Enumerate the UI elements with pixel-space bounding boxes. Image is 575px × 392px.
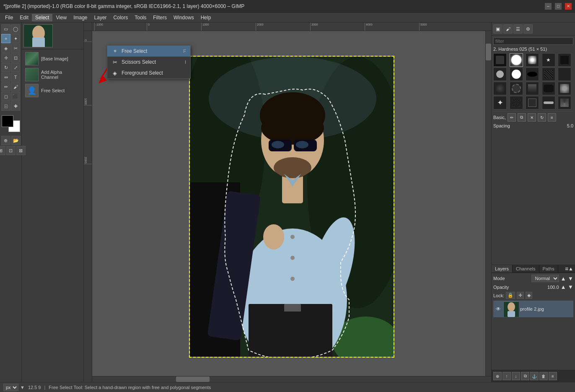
minimize-button[interactable]: –: [545, 3, 552, 10]
bucket-tool[interactable]: ⬛: [11, 92, 20, 101]
brush-action-options[interactable]: ≡: [548, 113, 556, 122]
brush-thumb-16[interactable]: ✦: [493, 96, 507, 109]
layers-lower[interactable]: ↓: [512, 372, 520, 380]
paintbrush-tool[interactable]: 🖌: [11, 82, 20, 91]
brush-thumb-18[interactable]: [526, 96, 539, 109]
layers-options[interactable]: ≡: [549, 372, 557, 380]
lock-alpha-btn[interactable]: ◈: [526, 292, 532, 299]
layers-mode-down[interactable]: ▼: [568, 275, 573, 282]
menu-filters[interactable]: Filters: [150, 14, 170, 21]
flip-tool[interactable]: ⇔: [1, 73, 10, 82]
menu-edit[interactable]: Edit: [16, 14, 32, 21]
visibility-eye-icon[interactable]: 👁: [495, 306, 502, 312]
brush-thumb-14[interactable]: [542, 82, 555, 95]
color-select-tool[interactable]: ◈: [1, 44, 10, 53]
shrink-btn[interactable]: ⊡: [6, 146, 16, 155]
eraser-tool[interactable]: ◻: [1, 92, 10, 101]
heal-tool[interactable]: ✚: [11, 101, 20, 111]
rp-icon-3[interactable]: ☰: [513, 24, 523, 34]
brush-thumb-11[interactable]: [493, 82, 507, 95]
brush-thumb-6[interactable]: [493, 67, 507, 81]
brush-thumb-8[interactable]: [526, 67, 539, 81]
brush-thumb-4[interactable]: ★: [542, 53, 555, 67]
panel-btn[interactable]: ⊠: [16, 146, 26, 155]
menu-item-scissors-select[interactable]: ✂ Scissors Select I: [107, 57, 190, 67]
foreground-color-swatch[interactable]: [2, 115, 13, 127]
brush-action-refresh[interactable]: ↻: [538, 113, 546, 122]
menu-select[interactable]: Select: [32, 14, 52, 21]
brush-thumb-13[interactable]: [526, 82, 539, 95]
maximize-button[interactable]: □: [555, 3, 562, 10]
brush-action-x[interactable]: ✕: [528, 113, 536, 122]
move-tool[interactable]: ✛: [1, 53, 10, 62]
free-select-tool[interactable]: ⌖: [1, 34, 10, 43]
canvas-area[interactable]: -1000 0 1000 2000 3000 4000 5000 0 1000 …: [84, 23, 491, 382]
new-image-btn[interactable]: ⊕: [1, 136, 10, 145]
tab-layers[interactable]: Layers: [492, 265, 513, 273]
tab-paths[interactable]: Paths: [539, 265, 558, 273]
menu-image[interactable]: Image: [70, 14, 91, 21]
rp-icon-2[interactable]: 🖌: [503, 24, 513, 34]
brush-thumb-17[interactable]: [510, 96, 523, 109]
layers-opacity-down[interactable]: ▼: [568, 284, 573, 290]
brush-thumb-2[interactable]: [510, 53, 523, 67]
layers-raise[interactable]: ↑: [502, 372, 511, 380]
open-image-btn[interactable]: 📂: [11, 136, 21, 145]
brush-thumb-3[interactable]: [526, 53, 539, 67]
brush-action-copy[interactable]: ⧉: [518, 113, 526, 122]
scissors-select-tool[interactable]: ✂: [11, 44, 20, 53]
horizontal-scrollbar[interactable]: [92, 376, 491, 382]
lock-pixels-btn[interactable]: 🔒: [506, 292, 515, 299]
brush-action-edit[interactable]: ✏: [508, 113, 516, 122]
layers-delete[interactable]: 🗑: [539, 372, 548, 380]
crop-tool[interactable]: ⊡: [11, 53, 20, 62]
brush-filter-input[interactable]: [493, 37, 573, 45]
brush-thumb-5[interactable]: [558, 53, 571, 67]
brush-thumb-10[interactable]: [558, 67, 571, 81]
expand-btn[interactable]: ⊞: [0, 146, 5, 155]
brush-thumb-19[interactable]: [542, 96, 555, 109]
menu-item-free-select[interactable]: ⌖ Free Select F: [107, 46, 190, 57]
scale-tool[interactable]: ⤢: [11, 63, 20, 72]
layers-duplicate[interactable]: ⧉: [521, 372, 529, 380]
layers-new-layer-from-visible[interactable]: ⊕: [493, 372, 502, 380]
brush-thumb-12[interactable]: [510, 82, 523, 95]
layer-item-base[interactable]: [Base Image]: [23, 51, 82, 66]
clone-tool[interactable]: ⌻: [1, 101, 10, 111]
vertical-scrollbar[interactable]: [485, 31, 491, 376]
layers-mode-select[interactable]: Normal: [531, 275, 559, 282]
layers-layer-profile[interactable]: 👁 profile 2.jpg: [493, 301, 573, 318]
brush-thumb-9[interactable]: [542, 67, 555, 81]
text-tool[interactable]: T: [11, 73, 20, 82]
menu-view[interactable]: View: [52, 14, 70, 21]
layers-tab-menu[interactable]: ≡: [565, 265, 568, 272]
menu-colors[interactable]: Colors: [110, 14, 132, 21]
brush-thumb-15[interactable]: [558, 82, 571, 95]
close-button[interactable]: ✕: [565, 3, 572, 10]
layer-item-freeselect[interactable]: 👤 Free Select: [23, 83, 82, 98]
h-scroll-thumb[interactable]: [176, 376, 210, 382]
menu-file[interactable]: File: [2, 14, 16, 21]
brush-thumb-7[interactable]: [510, 67, 523, 81]
brush-thumb-20[interactable]: [558, 96, 571, 109]
menu-windows[interactable]: Windows: [170, 14, 197, 21]
statusbar-unit-select[interactable]: px: [3, 384, 18, 391]
layers-tab-collapse[interactable]: ▲: [568, 266, 573, 272]
layers-opacity-up[interactable]: ▲: [561, 284, 566, 290]
v-scroll-thumb[interactable]: [486, 44, 491, 60]
fuzzy-select-tool[interactable]: ✦: [11, 34, 20, 43]
menu-help[interactable]: Help: [197, 14, 215, 21]
rp-icon-1[interactable]: ▣: [493, 24, 502, 34]
menu-tools[interactable]: Tools: [131, 14, 150, 21]
lock-pos-btn[interactable]: ✛: [517, 292, 524, 299]
layers-anchor[interactable]: ⚓: [530, 372, 539, 380]
tab-channels[interactable]: Channels: [513, 265, 539, 273]
brush-thumb-1[interactable]: [493, 53, 507, 67]
rp-icon-4[interactable]: ⚙: [523, 24, 533, 34]
pencil-tool[interactable]: ✏: [1, 82, 10, 91]
ellipse-select-tool[interactable]: ◯: [11, 24, 20, 34]
menu-layer[interactable]: Layer: [91, 14, 110, 21]
layers-mode-up[interactable]: ▲: [561, 275, 566, 282]
menu-item-fg-select[interactable]: ◈ Foreground Select: [107, 67, 190, 78]
rect-select-tool[interactable]: ▭: [1, 24, 10, 34]
